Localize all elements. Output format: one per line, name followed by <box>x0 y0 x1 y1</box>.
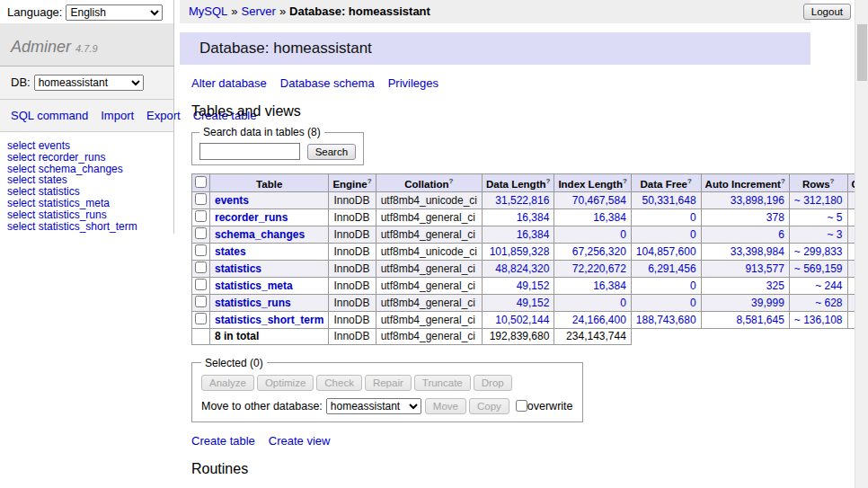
table-name-link[interactable]: events <box>215 194 249 207</box>
database-action-link[interactable]: Privileges <box>388 76 438 90</box>
row-checkbox[interactable] <box>195 210 207 222</box>
index-length-link[interactable]: 67,256,320 <box>572 245 626 258</box>
search-input[interactable] <box>199 143 300 160</box>
create-link[interactable]: Create view <box>269 434 331 448</box>
table-name-link[interactable]: statistics_runs <box>215 297 291 309</box>
data-free-link[interactable]: 0 <box>690 211 696 224</box>
row-checkbox[interactable] <box>195 227 207 239</box>
data-free-link[interactable]: 6,291,456 <box>648 262 695 275</box>
column-help-icon: ? <box>368 177 372 185</box>
table-row: states InnoDB utf8mb4_unicode_ci 101,859… <box>192 243 868 260</box>
check-all-checkbox[interactable] <box>195 176 207 188</box>
auto-increment-link[interactable]: 33,398,984 <box>731 245 784 258</box>
row-checkbox[interactable] <box>195 193 207 205</box>
table-name-link[interactable]: schema_changes <box>215 228 305 241</box>
database-action-links: Alter databaseDatabase schemaPrivileges <box>191 76 855 90</box>
selected-action-button[interactable]: Repair <box>365 375 412 391</box>
rows-count-link[interactable]: ~ 569,159 <box>794 262 843 275</box>
index-length-link[interactable]: 0 <box>620 297 626 309</box>
data-length-link[interactable]: 16,384 <box>517 228 550 241</box>
column-header-label: Index Length <box>558 178 623 189</box>
cell-index-length: 0 <box>554 294 631 311</box>
table-name-link[interactable]: recorder_runs <box>215 211 288 224</box>
index-length-link[interactable]: 0 <box>620 228 626 241</box>
data-length-link[interactable]: 101,859,328 <box>490 245 550 258</box>
cell-auto-increment: 39,999 <box>701 294 789 311</box>
row-checkbox[interactable] <box>195 262 207 273</box>
move-db-select[interactable]: homeassistant <box>326 398 421 414</box>
data-length-link[interactable]: 31,522,816 <box>495 194 549 207</box>
app-name: Adminer <box>11 38 71 56</box>
sidebar-nav-link[interactable]: SQL command <box>11 109 88 122</box>
rows-count-link[interactable]: ~ 244 <box>815 279 842 292</box>
breadcrumb-mysql-link[interactable]: MySQL <box>189 4 227 18</box>
data-length-link[interactable]: 49,152 <box>517 297 550 309</box>
auto-increment-link[interactable]: 325 <box>766 279 784 292</box>
data-length-link[interactable]: 10,502,144 <box>495 314 549 326</box>
auto-increment-link[interactable]: 378 <box>766 211 784 224</box>
column-help-icon: ? <box>623 177 627 185</box>
cell-auto-increment: 378 <box>701 209 789 226</box>
auto-increment-link[interactable]: 6 <box>778 228 784 241</box>
data-length-link[interactable]: 48,824,320 <box>495 262 549 275</box>
auto-increment-link[interactable]: 913,577 <box>745 262 784 275</box>
cell-collation: utf8mb4_general_ci <box>376 209 482 226</box>
index-length-link[interactable]: 16,384 <box>593 211 626 224</box>
overwrite-checkbox[interactable] <box>516 400 527 412</box>
create-link[interactable]: Create table <box>191 434 255 448</box>
breadcrumb-server-link[interactable]: Server <box>242 4 276 18</box>
sidebar-select-link[interactable]: select statistics_short_term <box>7 220 137 233</box>
cell-table-name: statistics <box>210 260 329 277</box>
search-button[interactable]: Search <box>307 144 356 160</box>
rows-count-link[interactable]: ~ 136,108 <box>794 314 843 326</box>
scrollbar-thumb[interactable] <box>857 24 867 81</box>
data-free-link[interactable]: 0 <box>690 297 696 309</box>
row-checkbox[interactable] <box>195 313 207 324</box>
table-name-link[interactable]: statistics <box>215 262 261 275</box>
data-free-link[interactable]: 104,857,600 <box>636 245 696 258</box>
sidebar-nav-link[interactable]: Export <box>146 109 181 122</box>
sidebar-nav-link[interactable]: Import <box>101 109 134 122</box>
database-action-link[interactable]: Alter database <box>191 76 267 90</box>
index-length-link[interactable]: 70,467,584 <box>572 194 626 207</box>
table-name-link[interactable]: statistics_short_term <box>215 314 323 326</box>
column-help-icon: ? <box>781 177 785 185</box>
db-select[interactable]: homeassistant <box>34 75 144 91</box>
auto-increment-link[interactable]: 33,898,196 <box>731 194 784 207</box>
selected-action-button[interactable]: Optimize <box>257 375 314 391</box>
data-free-link[interactable]: 0 <box>690 279 696 292</box>
logout-button[interactable]: Logout <box>803 4 851 20</box>
data-free-link[interactable]: 0 <box>690 228 696 241</box>
selected-action-button[interactable]: Analyze <box>201 375 254 391</box>
data-length-link[interactable]: 49,152 <box>517 279 550 292</box>
row-checkbox[interactable] <box>195 279 207 290</box>
rows-count-link[interactable]: ~ 312,180 <box>794 194 843 207</box>
move-button[interactable]: Move <box>425 398 466 414</box>
table-name-link[interactable]: states <box>215 245 246 258</box>
rows-count-link[interactable]: ~ 628 <box>815 297 842 309</box>
data-length-link[interactable]: 16,384 <box>517 211 550 224</box>
selected-action-button[interactable]: Truncate <box>414 375 471 391</box>
row-checkbox[interactable] <box>195 244 207 256</box>
index-length-link[interactable]: 72,220,672 <box>572 262 626 275</box>
index-length-link[interactable]: 16,384 <box>593 279 626 292</box>
scrollbar[interactable] <box>855 0 868 488</box>
auto-increment-link[interactable]: 8,581,645 <box>736 314 784 326</box>
selected-action-button[interactable]: Drop <box>474 375 512 391</box>
breadcrumb: MySQL»Server»Database: homeassistant <box>180 0 810 23</box>
database-action-link[interactable]: Database schema <box>280 76 375 90</box>
rows-count-link[interactable]: ~ 5 <box>828 211 843 224</box>
data-free-link[interactable]: 188,743,680 <box>636 314 696 326</box>
rows-count-link[interactable]: ~ 299,833 <box>794 245 843 258</box>
table-row: events InnoDB utf8mb4_unicode_ci 31,522,… <box>192 191 868 209</box>
table-name-link[interactable]: statistics_meta <box>215 279 293 292</box>
language-select[interactable]: English <box>66 4 163 21</box>
data-free-link[interactable]: 50,331,648 <box>642 194 696 207</box>
row-checkbox[interactable] <box>195 296 207 307</box>
auto-increment-link[interactable]: 39,999 <box>751 297 784 309</box>
selected-action-button[interactable]: Check <box>316 375 362 391</box>
copy-button[interactable]: Copy <box>469 398 509 414</box>
index-length-link[interactable]: 24,166,400 <box>572 314 626 326</box>
breadcrumb-separator: » <box>279 4 286 18</box>
rows-count-link[interactable]: ~ 3 <box>828 228 843 241</box>
